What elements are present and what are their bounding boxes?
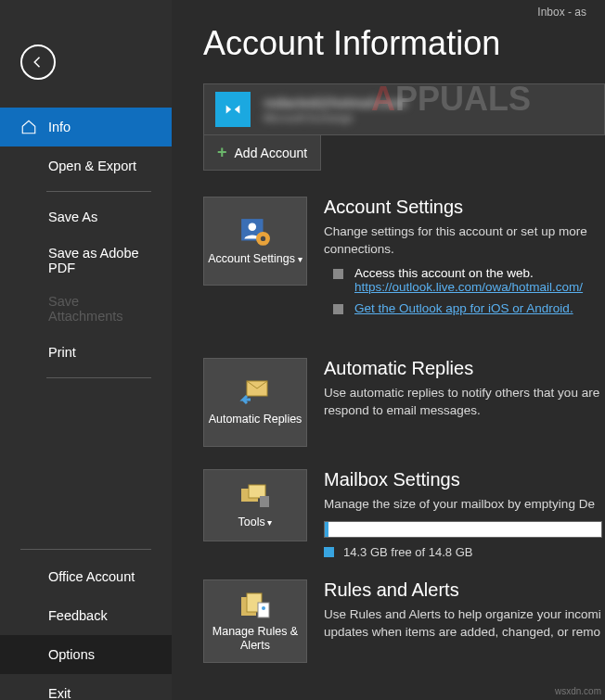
bullet-text: Access this account on the web. — [354, 266, 583, 280]
section-desc: Manage the size of your mailbox by empty… — [324, 496, 602, 514]
tile-account-settings[interactable]: Account Settings — [203, 197, 307, 286]
section-mailbox: Tools Mailbox Settings Manage the size o… — [203, 469, 605, 559]
tile-auto-replies[interactable]: Automatic Replies — [203, 358, 307, 447]
section-heading: Automatic Replies — [324, 358, 605, 379]
rules-icon — [239, 590, 271, 621]
source-mark: wsxdn.com — [555, 686, 601, 696]
mobile-app-link[interactable]: Get the Outlook app for iOS or Android. — [354, 301, 573, 315]
section-rules: Manage Rules & Alerts Rules and Alerts U… — [203, 579, 605, 663]
nav-office-account[interactable]: Office Account — [0, 557, 172, 596]
nav-label: Info — [48, 120, 71, 134]
storage-text: 14.3 GB free of 14.8 GB — [343, 545, 472, 559]
backstage-sidebar: Info Open & Export Save As Save as Adobe… — [0, 0, 172, 700]
bullet-icon — [333, 269, 343, 279]
tile-label: Manage Rules & Alerts — [208, 625, 302, 653]
nav-exit[interactable]: Exit — [0, 674, 172, 700]
section-body: Account Settings Change settings for thi… — [324, 197, 605, 315]
person-gear-icon — [239, 217, 271, 248]
account-selector[interactable]: redacted@hotmail.com Microsoft Exchange — [203, 83, 605, 135]
storage-bar — [324, 521, 602, 538]
svg-point-11 — [262, 606, 265, 610]
nav-open-export[interactable]: Open & Export — [0, 146, 172, 185]
divider — [46, 191, 151, 192]
account-email: redacted@hotmail.com — [264, 95, 406, 110]
section-desc: Use automatic replies to notify others t… — [324, 385, 605, 420]
account-type: Microsoft Exchange — [264, 112, 406, 123]
section-account-settings: Account Settings Account Settings Change… — [203, 197, 605, 315]
tile-tools[interactable]: Tools — [203, 469, 307, 541]
tile-label: Automatic Replies — [209, 413, 302, 426]
tile-label: Tools — [238, 515, 273, 529]
add-account-button[interactable]: + Add Account — [203, 135, 321, 171]
nav-label: Save Attachments — [48, 294, 151, 324]
section-heading: Rules and Alerts — [324, 579, 605, 601]
nav-label: Open & Export — [48, 159, 136, 173]
bullet-icon — [333, 304, 343, 314]
nav-label: Print — [48, 345, 76, 360]
title-bar: Inbox - as — [537, 6, 586, 19]
tile-rules[interactable]: Manage Rules & Alerts — [203, 579, 307, 663]
section-desc: Use Rules and Alerts to help organize yo… — [324, 606, 605, 642]
section-body: Mailbox Settings Manage the size of your… — [324, 469, 602, 559]
section-body: Rules and Alerts Use Rules and Alerts to… — [324, 579, 605, 663]
nav-options[interactable]: Options — [0, 635, 172, 674]
nav-label: Save As — [48, 210, 97, 224]
nav-label: Feedback — [48, 608, 108, 623]
svg-rect-6 — [249, 485, 265, 498]
svg-point-1 — [249, 223, 257, 231]
page-title: Account Information — [203, 24, 605, 63]
section-desc: Change settings for this account or set … — [324, 223, 605, 259]
nav-label: Office Account — [48, 569, 135, 584]
nav-label: Save as Adobe PDF — [48, 246, 151, 275]
nav-feedback[interactable]: Feedback — [0, 596, 172, 635]
tools-icon — [239, 480, 271, 512]
nav-save-as[interactable]: Save As — [0, 197, 172, 236]
storage-fill — [325, 522, 328, 537]
nav-save-attachments: Save Attachments — [0, 285, 172, 333]
section-heading: Mailbox Settings — [324, 469, 602, 490]
arrow-left-icon — [30, 54, 46, 70]
nav-info[interactable]: Info — [0, 108, 172, 146]
plus-icon: + — [217, 143, 227, 162]
divider — [20, 549, 151, 550]
add-account-label: Add Account — [235, 146, 308, 160]
main-panel: Account Information redacted@hotmail.com… — [172, 0, 605, 700]
exchange-icon — [215, 92, 251, 127]
svg-rect-7 — [260, 496, 269, 507]
back-button[interactable] — [20, 45, 56, 80]
nav-label: Options — [48, 647, 95, 662]
owa-link[interactable]: https://outlook.live.com/owa/hotmail.com… — [354, 280, 583, 294]
section-heading: Account Settings — [324, 197, 605, 218]
divider — [46, 377, 151, 378]
nav-print[interactable]: Print — [0, 333, 172, 372]
svg-point-3 — [261, 235, 265, 240]
home-icon — [20, 119, 37, 135]
tile-label: Account Settings — [208, 252, 302, 266]
nav-label: Exit — [48, 686, 71, 700]
nav-save-pdf[interactable]: Save as Adobe PDF — [0, 236, 172, 285]
storage-swatch — [324, 547, 334, 557]
section-body: Automatic Replies Use automatic replies … — [324, 358, 605, 447]
section-auto-replies: Automatic Replies Automatic Replies Use … — [203, 358, 605, 447]
auto-reply-icon — [239, 377, 271, 409]
